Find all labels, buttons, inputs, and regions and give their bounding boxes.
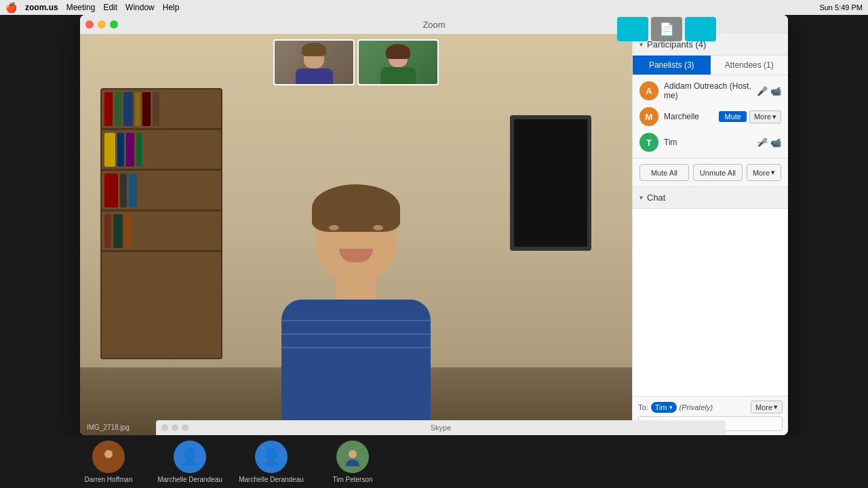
tab-attendees[interactable]: Attendees (1) [711,56,789,75]
person-neck [336,279,376,300]
chat-title: Chat [647,192,665,203]
mute-all-button[interactable]: Mute All [639,164,689,181]
shelf-1 [102,89,221,130]
taskbar-item-tim[interactable]: Tim Peterson [312,441,393,483]
tabs-row: Panelists (3) Attendees (1) [633,56,788,75]
video-label: IMG_2718.jpg [87,424,130,431]
taskbar-label-marchelle1: Marchelle Derandeau [157,476,222,483]
mic-off-icon: 🎤 [757,86,768,96]
menubar-time: Sun 5:49 PM [819,3,863,12]
person-silhouette-icon [99,447,118,466]
chat-chevron[interactable]: ▾ [639,194,643,201]
maximize-button[interactable] [110,20,118,28]
avatar-darren [92,441,125,473]
svg-point-3 [346,460,359,466]
app-icon-teal2[interactable] [685,17,716,41]
person-icon-2: 👤 [261,447,281,466]
shelf-2 [102,130,221,171]
menubar-meeting[interactable]: Meeting [66,3,96,12]
video-main: IMG_2718.jpg [80,34,632,435]
participant-row-marchelle: M Marchelle Mute More ▾ [633,104,788,129]
window-title: Zoom [422,20,445,30]
participant-row: A Adidam Outreach (Host, me) 🎤 📹 [633,78,788,104]
app-icon-gray[interactable]: 📄 [651,17,682,41]
more-footer-button[interactable]: More ▾ [747,164,781,181]
close-button[interactable] [85,20,94,28]
chat-to-label: To: [638,403,648,411]
menubar-left: 🍎 zoom.us Meeting Edit Window Help [5,2,179,13]
skype-maximize[interactable] [182,424,189,431]
more-button-marchelle[interactable]: More ▾ [749,110,781,123]
taskbar-label-marchelle2: Marchelle Derandeau [239,476,304,483]
menubar-app[interactable]: zoom.us [25,3,58,12]
traffic-lights [85,20,118,28]
shelf-3 [102,171,221,211]
menubar: 🍎 zoom.us Meeting Edit Window Help Sun 5… [0,0,868,15]
menubar-right: Sun 5:49 PM [819,0,863,15]
participants-chevron[interactable]: ▾ [639,41,643,48]
participant-actions-tim: 🎤 📹 [757,138,781,148]
recipient-chevron-icon: ▾ [669,404,673,411]
participant-name-adidam: Adidam Outreach (Host, me) [664,81,751,100]
minimize-button[interactable] [98,20,106,28]
avatar-marchelle: M [639,107,658,126]
participants-footer: Mute All Unmute All More ▾ [633,158,788,186]
avatar-marchelle2: 👤 [255,441,288,473]
chat-messages [633,209,788,396]
cam-icon: 📹 [770,86,781,96]
chat-section: ▾ Chat To: Tim ▾ (Privately) More ▾ [633,187,788,435]
participant-actions-adidam: 🎤 📹 [757,86,781,96]
taskbar-item-darren[interactable]: Darren Hoffman [68,441,149,483]
app-icon-teal[interactable] [617,17,648,41]
avatar-adidam: A [639,81,658,100]
avatar-marchelle1: 👤 [174,441,206,473]
taskbar: Darren Hoffman 👤 Marchelle Derandeau 👤 M… [0,435,868,488]
person-icon: 👤 [180,447,200,466]
participant-list: A Adidam Outreach (Host, me) 🎤 📹 M March… [633,75,788,158]
mic-crossed-icon: 🎤 [757,138,768,147]
avatar-tim: T [639,133,658,152]
tim-silhouette-icon [343,447,362,466]
skype-title: Skype [431,424,452,432]
cam-on-icon: 📹 [770,138,781,148]
taskbar-item-marchelle2[interactable]: 👤 Marchelle Derandeau [231,441,312,483]
participant-name-marchelle: Marchelle [664,112,713,121]
tab-panelists[interactable]: Panelists (3) [633,56,711,75]
thumbnail-1[interactable] [273,39,355,85]
taskbar-item-marchelle1[interactable]: 👤 Marchelle Derandeau [149,441,231,483]
svg-point-0 [104,450,113,458]
chat-recipient-badge[interactable]: Tim ▾ [651,402,677,413]
thumbnail-strip [273,39,439,85]
thumbnail-2[interactable] [357,39,439,85]
participant-row-tim: T Tim 🎤 📹 [633,129,788,155]
avatar-tim-taskbar [336,441,369,473]
chat-header: ▾ Chat [633,187,788,209]
participant-actions-marchelle: Mute More ▾ [719,110,781,123]
menubar-edit[interactable]: Edit [103,3,117,12]
taskbar-label-tim: Tim Peterson [332,476,372,483]
person-body [281,300,431,435]
bookcase [100,88,222,359]
unmute-all-button[interactable]: Unmute All [693,164,743,181]
apple-icon[interactable]: 🍎 [5,2,17,13]
tv-screen [510,115,591,251]
right-panel: ▾ Participants (4) Panelists (3) Attende… [632,34,788,435]
shelf-4 [102,211,221,252]
mute-button[interactable]: Mute [719,111,746,122]
chat-to-row: To: Tim ▾ (Privately) More ▾ [638,401,783,413]
menubar-help[interactable]: Help [163,3,180,12]
recipient-name: Tim [655,403,667,411]
skype-close[interactable] [161,424,168,431]
person-hair [312,184,400,232]
participant-name-tim: Tim [664,138,752,147]
skype-traffic-lights [161,424,189,431]
participants-section: ▾ Participants (4) Panelists (3) Attende… [633,34,788,186]
svg-point-2 [349,450,357,458]
app-switcher: 📄 [617,17,716,41]
menubar-window[interactable]: Window [125,3,155,12]
chat-privately-label: (Privately) [679,403,713,411]
skype-minimize[interactable] [172,424,178,431]
skype-bar: Skype [156,420,726,435]
zoom-window: Zoom [80,15,788,435]
chat-more-button[interactable]: More ▾ [751,401,783,413]
